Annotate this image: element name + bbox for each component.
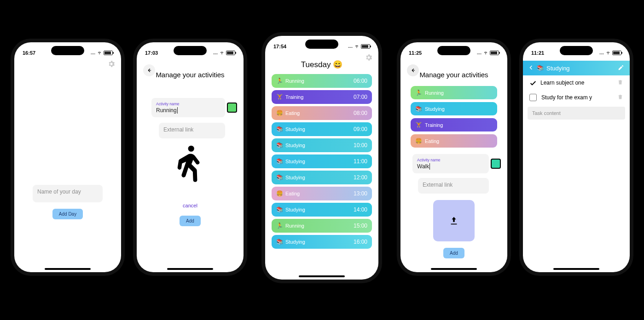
external-link-input[interactable]: External link [159, 123, 225, 138]
activity-icon: 📚 [415, 106, 422, 112]
wifi-icon [219, 51, 225, 55]
add-button[interactable]: Add [180, 216, 201, 226]
schedule-row[interactable]: 📚Studying16:00 [272, 235, 372, 249]
activity-time: 12:00 [354, 174, 367, 181]
activity-name: Studying [285, 207, 305, 212]
screen-activity-tasks: 11:21 .... 📚 Studying Learn subject oneS… [523, 42, 630, 272]
upload-image-button[interactable] [433, 200, 475, 241]
cellular-icon: .... [348, 44, 353, 49]
activity-icon: 📚 [276, 207, 283, 212]
schedule-row[interactable]: 🏃Running06:00 [272, 74, 372, 88]
activity-name: Training [285, 94, 303, 100]
schedule-row[interactable]: 🍔Eating13:00 [272, 187, 372, 200]
activity-icon: 🍔 [276, 191, 283, 196]
arrow-left-icon [146, 67, 152, 74]
activity-time: 08:00 [354, 110, 367, 116]
activity-icon: 📚 [276, 175, 283, 180]
notch [174, 46, 207, 55]
home-indicator [167, 268, 213, 270]
external-link-input[interactable]: External link [418, 178, 489, 194]
schedule-row[interactable]: 🍔Eating08:00 [272, 106, 372, 120]
activity-name-input[interactable]: Activity name Running [151, 98, 225, 117]
back-button[interactable] [143, 64, 155, 76]
schedule-row[interactable]: 📚Studying11:00 [272, 154, 372, 168]
add-day-button[interactable]: Add Day [52, 209, 83, 219]
activity-name: Studying [285, 239, 305, 245]
activity-time: 13:00 [354, 190, 367, 197]
edit-icon[interactable] [618, 64, 624, 72]
cellular-icon: .... [599, 51, 604, 55]
todo-checkbox[interactable] [529, 94, 537, 101]
activity-name-input[interactable]: Activity name Walk [412, 154, 489, 173]
activity-chip-label: Training [425, 122, 443, 128]
battery-icon [490, 51, 499, 55]
activity-chip-label: Running [425, 90, 444, 96]
activity-name-label: Activity name [417, 158, 484, 162]
activity-chip[interactable]: 🏋️Training [411, 118, 497, 131]
add-button[interactable]: Add [443, 248, 464, 258]
day-name-input[interactable]: Name of your day [33, 185, 103, 202]
cancel-link[interactable]: cancel [137, 203, 244, 208]
battery-icon [104, 51, 113, 55]
activity-time: 11:00 [354, 158, 367, 165]
activity-time: 06:00 [354, 78, 367, 84]
notch [437, 46, 470, 55]
trash-icon[interactable] [617, 94, 623, 101]
clock: 17:03 [145, 50, 158, 56]
activity-name: Studying [285, 159, 305, 164]
status-icons: .... [477, 51, 499, 55]
activity-name: Studying [285, 126, 305, 132]
activity-chip-label: Eating [425, 138, 439, 144]
schedule-row[interactable]: 📚Studying10:00 [272, 138, 372, 152]
settings-icon[interactable] [365, 53, 373, 62]
activity-name: Eating [285, 191, 300, 196]
status-icons: .... [91, 51, 113, 55]
schedule-row[interactable]: 🏋️Training07:00 [272, 90, 372, 104]
activity-name: Running [285, 223, 304, 229]
home-indicator [431, 268, 477, 270]
settings-icon[interactable] [107, 60, 116, 68]
activity-name-value: Walk [417, 163, 430, 170]
schedule-row[interactable]: 📚Studying14:00 [272, 203, 372, 217]
activity-name: Running [285, 78, 304, 84]
home-indicator [553, 268, 599, 270]
schedule-row[interactable]: 📚Studying09:00 [272, 122, 372, 136]
activity-name-label: Activity name [156, 102, 220, 106]
home-indicator [45, 268, 91, 270]
wifi-icon [483, 51, 488, 55]
activity-chip-list: 🏃Running📚Studying🏋️Training🍔Eating [400, 79, 507, 148]
todo-checkbox[interactable] [529, 80, 536, 86]
home-indicator [299, 275, 345, 277]
wifi-icon [605, 51, 611, 55]
color-picker[interactable] [491, 159, 501, 169]
activity-icon: 🏋️ [276, 94, 283, 100]
screen-add-day: 16:57 .... Name of your day Add Day [14, 42, 121, 272]
battery-icon [612, 51, 621, 55]
schedule-row[interactable]: 🏃Running15:00 [272, 219, 372, 233]
activity-time: 07:00 [354, 94, 367, 100]
activity-icon: 🏋️ [415, 122, 422, 128]
activity-chip[interactable]: 📚Studying [411, 102, 497, 115]
activity-time: 16:00 [354, 239, 367, 245]
clock: 11:25 [409, 50, 422, 56]
clock: 17:54 [273, 44, 286, 49]
back-chevron-icon[interactable] [528, 65, 534, 72]
battery-icon [361, 44, 370, 49]
activity-name: Eating [285, 110, 300, 116]
task-content-input[interactable]: Task content [528, 107, 625, 120]
activity-chip[interactable]: 🏃Running [411, 86, 497, 99]
screen-day-schedule: 17:54 .... Tuesday 😄 🏃Running06:00🏋️Trai… [265, 36, 378, 280]
activity-chip-label: Studying [425, 106, 445, 112]
wifi-icon [354, 45, 360, 48]
color-picker[interactable] [227, 103, 237, 113]
activity-chip[interactable]: 🍔Eating [411, 134, 497, 148]
back-button[interactable] [407, 64, 419, 76]
activity-time: 10:00 [354, 142, 367, 149]
todo-item: Study for the exam y [523, 90, 630, 105]
day-title: Tuesday 😄 [265, 60, 378, 69]
schedule-row[interactable]: 📚Studying12:00 [272, 171, 372, 184]
trash-icon[interactable] [617, 79, 623, 86]
clock: 11:21 [531, 50, 544, 56]
notch [560, 46, 593, 55]
todo-list: Learn subject oneStudy for the exam y [523, 75, 630, 105]
